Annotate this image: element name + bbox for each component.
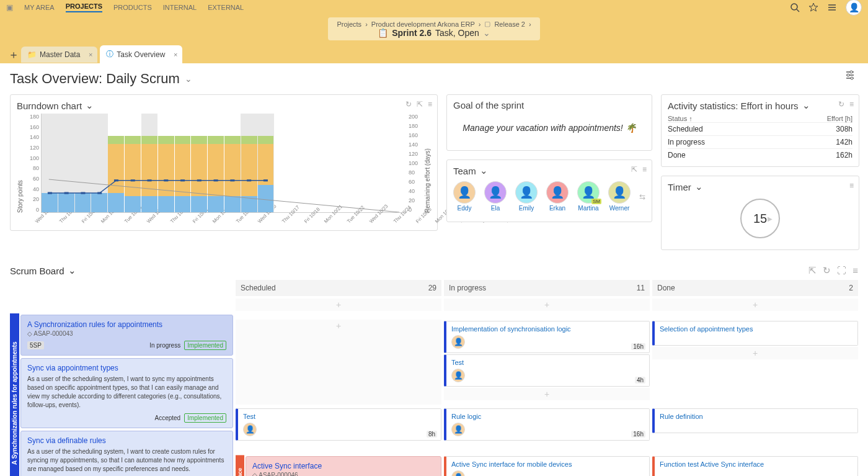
card-title[interactable]: Active Sync interface for mobile devices bbox=[451, 460, 644, 468]
nav-projects[interactable]: PROJECTS bbox=[66, 2, 102, 12]
task-card[interactable]: Rule definition bbox=[652, 408, 858, 433]
team-member[interactable]: 👤Werner bbox=[608, 181, 631, 212]
export-icon[interactable]: ⇱ bbox=[417, 100, 423, 109]
team-title[interactable]: Team⌄ bbox=[453, 165, 645, 176]
card-title[interactable]: Test bbox=[451, 359, 644, 366]
feature-title[interactable]: Active Sync interface bbox=[252, 462, 435, 470]
expand-icon[interactable]: ⛶ bbox=[837, 265, 846, 276]
star-icon[interactable] bbox=[808, 2, 818, 12]
filter-icon[interactable]: ≡ bbox=[642, 165, 647, 174]
feature-card[interactable]: A Synchronization rules for appointments… bbox=[20, 315, 233, 356]
user-avatar[interactable]: 👤 bbox=[846, 0, 862, 16]
filter-icon[interactable]: ≡ bbox=[428, 100, 432, 109]
bc-projects[interactable]: Projects bbox=[337, 20, 361, 28]
breadcrumb-box: Projects› Product development Arkona ERP… bbox=[328, 17, 539, 40]
feature-title[interactable]: A Synchronization rules for appointments bbox=[27, 320, 226, 329]
close-icon[interactable]: × bbox=[89, 51, 92, 58]
card-title[interactable]: Rule logic bbox=[451, 413, 644, 420]
team-member[interactable]: 👤Eddy bbox=[453, 181, 476, 212]
goal-panel: Goal of the sprint Manage your vacation … bbox=[446, 94, 652, 151]
add-card-button[interactable]: + bbox=[444, 299, 650, 311]
burndown-title[interactable]: Burndown chart⌄ bbox=[17, 100, 431, 111]
task-card[interactable]: Function test Active Sync interface bbox=[652, 456, 858, 476]
stat-label: Done bbox=[668, 151, 686, 159]
task-card[interactable]: Rule logic 👤 16h bbox=[444, 408, 650, 441]
team-member[interactable]: 👤Emily bbox=[515, 181, 538, 212]
card-title[interactable]: Rule definition bbox=[660, 413, 852, 420]
timer-title[interactable]: Timer⌄ bbox=[668, 181, 852, 192]
stats-title[interactable]: Activity statistics: Effort in hours⌄ bbox=[668, 100, 852, 111]
assignee-avatar[interactable]: 👤 bbox=[451, 369, 465, 382]
menu-icon[interactable] bbox=[827, 2, 837, 12]
stats-head-status[interactable]: Status ↑ bbox=[668, 115, 693, 122]
y-left-axis: 180160140120100806040200 bbox=[24, 114, 41, 213]
swap-icon[interactable]: ⇆ bbox=[639, 192, 645, 201]
add-tab-button[interactable]: ＋ bbox=[6, 47, 21, 62]
filter-icon[interactable]: ≡ bbox=[849, 100, 854, 109]
nav-products[interactable]: PRODUCTS bbox=[113, 4, 152, 11]
add-card-button[interactable]: + bbox=[236, 299, 441, 311]
close-icon[interactable]: × bbox=[174, 51, 177, 58]
feature-title[interactable]: Sync via definable rules bbox=[27, 436, 226, 445]
task-card[interactable]: Implementation of synchronisation logic … bbox=[444, 321, 650, 353]
top-bar: ▣ MY AREA PROJECTS PRODUCTS INTERNAL EXT… bbox=[0, 0, 868, 63]
add-card-button[interactable]: + bbox=[652, 299, 858, 311]
stat-value: 142h bbox=[836, 138, 852, 146]
card-title[interactable]: Implementation of synchronisation logic bbox=[451, 325, 644, 333]
bc-product-dev[interactable]: Product development Arkona ERP bbox=[371, 20, 475, 28]
assignee-avatar[interactable]: 👤 bbox=[451, 335, 465, 349]
assignee-avatar[interactable]: 👤 bbox=[451, 423, 465, 436]
bc-release[interactable]: Release 2 bbox=[494, 20, 525, 28]
card-title[interactable]: Function test Active Sync interface bbox=[660, 460, 852, 468]
feature-title[interactable]: Sync via appointment types bbox=[27, 364, 226, 372]
add-card-button[interactable]: + bbox=[652, 347, 858, 359]
breadcrumb-title[interactable]: 📋 Sprint 2.6 Task, Open ⌄ bbox=[378, 28, 490, 38]
stat-value: 308h bbox=[836, 125, 852, 133]
search-icon[interactable] bbox=[790, 2, 800, 12]
settings-icon[interactable] bbox=[844, 70, 856, 81]
nav-external[interactable]: EXTERNAL bbox=[208, 4, 244, 11]
play-icon[interactable]: ▶ bbox=[768, 215, 773, 222]
task-card[interactable]: Active Sync interface for mobile devices… bbox=[444, 456, 650, 476]
y-right-axis: 200180160140120100806040200 bbox=[407, 114, 424, 213]
team-member[interactable]: 👤Erkan bbox=[546, 181, 569, 212]
feature-desc: As a user of the scheduling system, I wa… bbox=[27, 447, 226, 474]
task-card[interactable]: Test 👤 4h bbox=[444, 354, 650, 387]
scrum-board-title[interactable]: Scrum Board⌄ ⇱ ↻ ⛶ ≡ bbox=[10, 261, 858, 280]
expand-icon[interactable]: ⇱ bbox=[631, 165, 637, 174]
feature-card[interactable]: Active Sync interface ◇ ASAP-000046 bbox=[246, 456, 441, 476]
team-panel: Team⌄ ⇱ ≡ 👤Eddy👤Ela👤Emily👤Erkan👤SMMartin… bbox=[446, 159, 652, 222]
card-hours: 4h bbox=[635, 377, 645, 384]
refresh-icon[interactable]: ↻ bbox=[405, 100, 412, 109]
folder-icon: 📁 bbox=[27, 50, 37, 59]
feature-card[interactable]: Sync via definable rules As a user of th… bbox=[20, 431, 233, 476]
card-title[interactable]: Test bbox=[243, 413, 436, 420]
task-card[interactable]: Selection of appointment types bbox=[652, 321, 858, 346]
timer-circle[interactable]: 15 ▶ bbox=[740, 199, 780, 238]
card-title[interactable]: Selection of appointment types bbox=[660, 325, 852, 333]
team-member[interactable]: 👤SMMartina bbox=[577, 181, 600, 212]
refresh-icon[interactable]: ↻ bbox=[823, 265, 831, 276]
stat-label: Scheduled bbox=[668, 125, 703, 133]
filter-icon[interactable]: ≡ bbox=[849, 181, 854, 190]
task-card[interactable]: Test 👤 8h bbox=[236, 408, 441, 441]
assignee-avatar[interactable]: 👤 bbox=[243, 423, 257, 436]
tab-task-overview[interactable]: ⓘ Task Overview × bbox=[100, 45, 182, 63]
chevron-down-icon[interactable]: ⌄ bbox=[185, 74, 192, 84]
col-head-done: Done2 bbox=[652, 280, 858, 296]
nav-internal[interactable]: INTERNAL bbox=[163, 4, 197, 11]
tab-master-data[interactable]: 📁 Master Data × bbox=[21, 47, 97, 63]
implemented-tag: Implemented bbox=[184, 413, 226, 423]
team-member[interactable]: 👤Ela bbox=[484, 181, 507, 212]
filter-icon[interactable]: ≡ bbox=[852, 265, 858, 276]
assignee-avatar[interactable]: 👤 bbox=[451, 470, 465, 476]
breadcrumb-path: Projects› Product development Arkona ERP… bbox=[337, 20, 531, 28]
add-card-button[interactable]: + bbox=[236, 320, 441, 404]
top-nav: ▣ MY AREA PROJECTS PRODUCTS INTERNAL EXT… bbox=[0, 0, 868, 15]
nav-my-area[interactable]: MY AREA bbox=[24, 4, 55, 11]
refresh-icon[interactable]: ↻ bbox=[838, 100, 844, 109]
add-card-button[interactable]: + bbox=[444, 388, 650, 400]
feature-card[interactable]: Sync via appointment types As a user of … bbox=[20, 358, 233, 428]
team-members: 👤Eddy👤Ela👤Emily👤Erkan👤SMMartina👤Werner⇆ bbox=[453, 176, 645, 217]
export-icon[interactable]: ⇱ bbox=[808, 265, 817, 276]
